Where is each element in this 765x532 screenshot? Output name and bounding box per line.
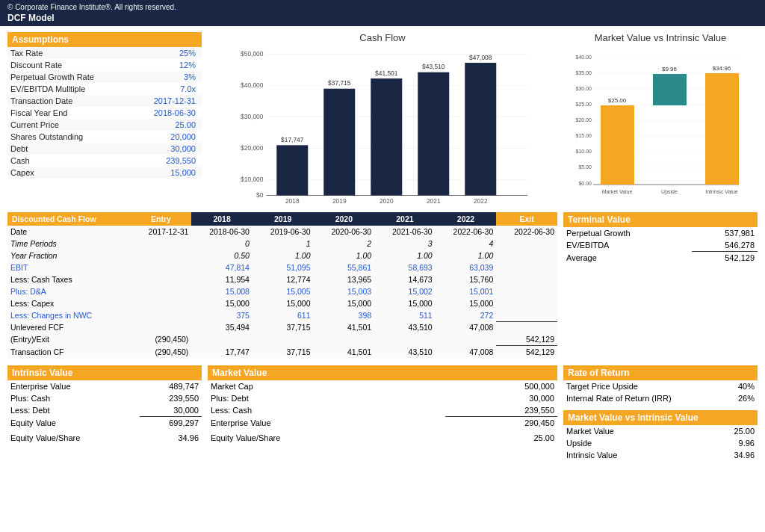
- terminal-row: EV/EBITDA 546,278: [563, 239, 758, 252]
- intrinsic-val: 30,000: [140, 404, 202, 417]
- dcf-col-2021: 2021: [374, 212, 436, 226]
- dcf-cell-entry: [131, 238, 192, 250]
- dcf-cell-2020: 41,501: [314, 321, 375, 333]
- dcf-cell-entry: [131, 285, 192, 297]
- dcf-col-2018: 2018: [191, 212, 253, 226]
- mv-label: Intrinsic Value: [563, 449, 696, 461]
- dcf-cell-2019: 37,715: [253, 321, 314, 333]
- assumption-label: Current Price: [7, 119, 131, 131]
- assumption-value: 25.00: [131, 119, 202, 131]
- dcf-col-2019: 2019: [253, 212, 314, 226]
- dcf-cell-2019: 1: [253, 238, 314, 250]
- assumption-label: Discount Rate: [7, 59, 131, 71]
- intrinsic-val: 34.96: [140, 432, 202, 444]
- mv-label: Upside: [563, 437, 696, 449]
- assumption-label: EV/EBITDA Mulltiple: [7, 83, 131, 95]
- svg-text:$0.00: $0.00: [578, 181, 592, 186]
- dcf-cell-2019: 1.00: [253, 250, 314, 262]
- dcf-cell-exit: [496, 309, 557, 321]
- svg-text:$0: $0: [256, 191, 264, 199]
- dcf-cell-label: (Entry)/Exit: [7, 333, 131, 346]
- dcf-cell-2021: 15,002: [374, 285, 436, 297]
- svg-text:$25.00: $25.00: [576, 102, 592, 107]
- dcf-cell-entry: [131, 297, 192, 309]
- svg-text:$15.00: $15.00: [576, 133, 592, 138]
- dcf-cell-2022: 272: [436, 309, 497, 321]
- market-label: Plus: Debt: [208, 392, 445, 404]
- terminal-label: Average: [563, 252, 692, 265]
- svg-text:2018: 2018: [285, 197, 300, 203]
- intrinsic-row: Plus: Cash 239,550: [7, 392, 202, 404]
- right-bottom-section: Rate of Return Target Price Upside 40% I…: [563, 365, 758, 461]
- dcf-col-2020: 2020: [314, 212, 375, 226]
- dcf-cell-entry: [131, 309, 192, 321]
- dcf-cell-entry: (290,450): [131, 333, 192, 346]
- dcf-row: (Entry)/Exit (290,450) 542,129: [7, 333, 557, 346]
- intrinsic-row: Less: Debt 30,000: [7, 404, 202, 417]
- market-val: 30,000: [445, 392, 557, 404]
- market-row: Less: Cash 239,550: [208, 404, 557, 417]
- svg-text:$9.96: $9.96: [662, 66, 678, 72]
- dcf-cell-entry: 2017-12-31: [131, 226, 192, 238]
- terminal-value: 537,981: [692, 227, 758, 239]
- assumption-value: 25%: [131, 47, 202, 59]
- dcf-cell-2021: 3: [374, 238, 436, 250]
- dcf-cell-2018: 15,000: [191, 297, 253, 309]
- intrinsic-value-header: Intrinsic Value: [7, 365, 202, 380]
- rate-label: Target Price Upside: [563, 380, 725, 392]
- svg-text:$47,008: $47,008: [469, 54, 492, 61]
- dcf-cell-entry: [131, 250, 192, 262]
- dcf-row: Less: Changes in NWC 375 611 398 511 272: [7, 309, 557, 321]
- dcf-cell-entry: [131, 273, 192, 285]
- assumption-label: Fiscal Year End: [7, 107, 131, 119]
- dcf-cell-2020: 13,965: [314, 273, 375, 285]
- bar-intrinsic-value: [705, 73, 739, 185]
- dcf-cell-exit: [496, 297, 557, 309]
- intrinsic-label: Equity Value: [7, 417, 140, 430]
- dcf-row: Unlevered FCF 35,494 37,715 41,501 43,51…: [7, 321, 557, 333]
- assumption-row: Debt30,000: [7, 143, 202, 155]
- dcf-cell-label: Time Periods: [7, 238, 131, 250]
- assumption-value: 7.0x: [131, 83, 202, 95]
- terminal-row: Perpetual Growth 537,981: [563, 227, 758, 239]
- dcf-cell-2021: 2021-06-30: [374, 226, 436, 238]
- svg-text:$30,000: $30,000: [241, 113, 264, 120]
- dcf-cell-2022: 15,000: [436, 297, 497, 309]
- dcf-cell-2022: 15,760: [436, 273, 497, 285]
- market-row: Plus: Debt 30,000: [208, 392, 557, 404]
- assumptions-table: Tax Rate25%Discount Rate12%Perpetual Gro…: [7, 47, 202, 179]
- mv-label: Market Value: [563, 425, 696, 437]
- dcf-row: Year Fraction 0.50 1.00 1.00 1.00 1.00: [7, 250, 557, 262]
- rate-val: 26%: [725, 392, 758, 404]
- assumption-label: Tax Rate: [7, 47, 131, 59]
- assumption-label: Capex: [7, 167, 131, 179]
- svg-text:2020: 2020: [380, 197, 394, 203]
- dcf-cell-2018: [191, 333, 253, 346]
- svg-text:$25.00: $25.00: [608, 97, 627, 104]
- market-value-header: Market Value: [208, 365, 557, 380]
- terminal-table: Perpetual Growth 537,981 EV/EBITDA 546,2…: [563, 227, 758, 264]
- svg-text:$40.00: $40.00: [576, 55, 592, 60]
- assumption-value: 239,550: [131, 155, 202, 167]
- svg-text:$17,747: $17,747: [281, 136, 304, 143]
- intrinsic-val: 699,297: [140, 417, 202, 430]
- intrinsic-label: Equity Value/Share: [7, 432, 140, 444]
- dcf-cell-2022: 47,008: [436, 346, 497, 359]
- dcf-cell-2019: 2019-06-30: [253, 226, 314, 238]
- market-value-chart-section: Market Value vs Intrinsic Value $40.00 $…: [563, 32, 758, 203]
- market-label: Market Cap: [208, 380, 445, 392]
- dcf-cell-label: Date: [7, 226, 131, 238]
- cashflow-section: Cash Flow $50,000 $40,000 $30,000 $20,00…: [208, 32, 557, 203]
- dcf-cell-2019: [253, 333, 314, 346]
- market-label: Enterprise Value: [208, 417, 445, 430]
- market-value-section: Market Value Market Cap 500,000 Plus: De…: [208, 365, 557, 461]
- dcf-cell-2022: [436, 333, 497, 346]
- market-val: 500,000: [445, 380, 557, 392]
- assumption-row: Fiscal Year End2018-06-30: [7, 107, 202, 119]
- terminal-label: EV/EBITDA: [563, 239, 692, 252]
- assumption-value: 2018-06-30: [131, 107, 202, 119]
- mv-intrinsic-section: Market Value vs Intrinsic Value Market V…: [563, 410, 758, 461]
- dcf-cell-2022: 15,001: [436, 285, 497, 297]
- dcf-cell-label: EBIT: [7, 262, 131, 273]
- svg-text:2021: 2021: [427, 197, 441, 203]
